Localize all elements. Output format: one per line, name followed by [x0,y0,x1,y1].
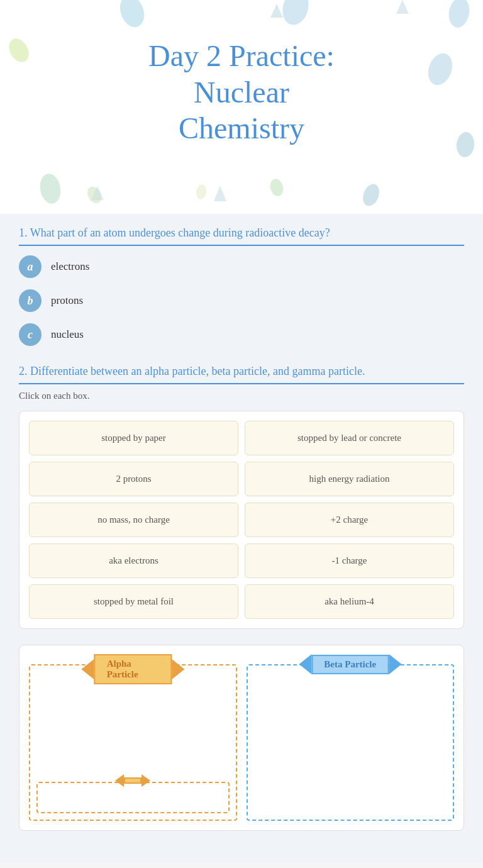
svg-point-8 [195,184,208,200]
alpha-arrow-right [172,659,184,679]
question-1-title: 1. What part of an atom undergoes change… [19,226,464,246]
beta-drop-zone[interactable] [254,684,447,779]
particle-boxes-container: Alpha Particle [19,645,464,831]
option-b-text: protons [51,294,83,307]
svg-point-4 [38,172,63,206]
header-section: Day 2 Practice: Nuclear Chemistry [0,0,483,214]
alpha-sub-arrow-left [115,774,124,787]
beta-banner-wrapper: Beta Particle [299,654,401,674]
alpha-label: Alpha Particle [94,654,172,684]
sort-grid: stopped by paper stopped by lead or conc… [29,421,454,619]
svg-point-9 [269,177,286,198]
option-a-badge: a [19,255,42,278]
questions-section: 1. What part of an atom undergoes change… [0,214,483,862]
option-b[interactable]: b protons [19,289,464,312]
beta-arrow-right [389,654,401,674]
sort-item-9[interactable]: stopped by metal foil [29,584,238,619]
sort-item-2[interactable]: stopped by lead or concrete [245,421,454,455]
sort-grid-container: stopped by paper stopped by lead or conc… [19,411,464,629]
question-2-title: 2. Differentiate between an alpha partic… [19,365,464,384]
svg-point-0 [116,0,148,31]
option-a[interactable]: a electrons [19,255,464,278]
alpha-sub-banner-wrapper [115,774,150,787]
option-c-badge: c [19,323,42,346]
question-1-block: 1. What part of an atom undergoes change… [19,226,464,346]
beta-arrow-left [299,654,311,674]
svg-point-10 [360,182,382,208]
answer-options: a electrons b protons c nucleus [19,255,464,346]
svg-point-7 [84,184,104,206]
alpha-arrow-left [82,659,94,679]
sort-item-10[interactable]: aka helium-4 [245,584,454,619]
option-c[interactable]: c nucleus [19,323,464,346]
svg-marker-13 [270,4,283,18]
svg-point-2 [447,0,472,29]
svg-point-1 [279,0,312,28]
alpha-particle-box[interactable]: Alpha Particle [29,664,237,821]
beta-label: Beta Particle [311,655,389,674]
alpha-sub-label [124,777,142,784]
alpha-sub-box[interactable] [36,782,230,813]
sort-item-8[interactable]: -1 charge [245,543,454,578]
page-title: Day 2 Practice: Nuclear Chemistry [13,38,470,147]
beta-particle-box[interactable]: Beta Particle [247,664,455,821]
sort-item-1[interactable]: stopped by paper [29,421,238,455]
instruction-text: Click on each box. [19,391,464,401]
sort-item-3[interactable]: 2 protons [29,462,238,496]
sort-item-5[interactable]: no mass, no charge [29,503,238,537]
sort-item-4[interactable]: high energy radiation [245,462,454,496]
alpha-sub-arrow-right [142,774,150,787]
svg-marker-12 [91,186,104,200]
sort-item-6[interactable]: +2 charge [245,503,454,537]
particle-boxes-row: Alpha Particle [29,664,454,821]
question-2-block: 2. Differentiate between an alpha partic… [19,365,464,831]
sort-item-7[interactable]: aka electrons [29,543,238,578]
option-c-text: nucleus [51,328,84,341]
svg-marker-11 [214,186,226,201]
alpha-drop-zone[interactable] [36,684,230,779]
alpha-banner-wrapper: Alpha Particle [82,654,184,684]
svg-marker-14 [396,0,409,14]
option-a-text: electrons [51,260,89,273]
option-b-badge: b [19,289,42,312]
